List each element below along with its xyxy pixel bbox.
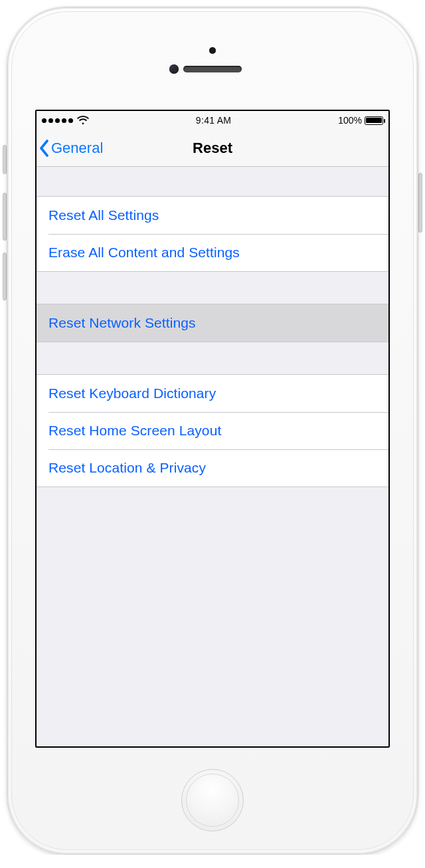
- reset-network-settings-button[interactable]: Reset Network Settings: [37, 304, 388, 342]
- back-label: General: [51, 140, 103, 157]
- row-label: Reset Keyboard Dictionary: [48, 385, 216, 401]
- erase-all-content-button[interactable]: Erase All Content and Settings: [37, 234, 388, 271]
- reset-home-screen-layout-button[interactable]: Reset Home Screen Layout: [37, 412, 388, 449]
- nav-bar: General Reset: [37, 130, 388, 167]
- group-network: Reset Network Settings: [37, 304, 388, 342]
- row-label: Reset Home Screen Layout: [48, 423, 221, 439]
- front-camera: [169, 64, 179, 74]
- cell-signal-icon: [42, 118, 73, 123]
- reset-keyboard-dictionary-button[interactable]: Reset Keyboard Dictionary: [37, 375, 388, 412]
- battery-percentage: 100%: [338, 115, 362, 126]
- home-button[interactable]: [181, 769, 244, 831]
- status-time: 9:41 AM: [196, 115, 231, 126]
- status-bar: 9:41 AM 100%: [37, 111, 388, 130]
- row-label: Reset Network Settings: [48, 315, 196, 331]
- phone-body: 9:41 AM 100% General Reset: [7, 7, 418, 855]
- row-label: Reset All Settings: [48, 207, 159, 223]
- wifi-icon: [77, 116, 89, 125]
- earpiece-speaker: [183, 66, 242, 72]
- content: Reset All Settings Erase All Content and…: [37, 167, 388, 487]
- group-spacer: [37, 167, 388, 196]
- row-label: Reset Location & Privacy: [48, 460, 206, 476]
- row-label: Erase All Content and Settings: [48, 245, 240, 261]
- proximity-sensor: [209, 47, 216, 54]
- status-right: 100%: [338, 115, 383, 126]
- group-spacer: [37, 342, 388, 374]
- battery-icon: [365, 116, 383, 125]
- group-reset-erase: Reset All Settings Erase All Content and…: [37, 196, 388, 272]
- chevron-left-icon: [39, 140, 50, 157]
- reset-location-privacy-button[interactable]: Reset Location & Privacy: [37, 449, 388, 487]
- group-spacer: [37, 272, 388, 304]
- group-other-resets: Reset Keyboard Dictionary Reset Home Scr…: [37, 374, 388, 487]
- power-button: [418, 173, 422, 233]
- iphone-device: 9:41 AM 100% General Reset: [7, 7, 418, 855]
- battery-indicator: 100%: [338, 115, 383, 126]
- reset-all-settings-button[interactable]: Reset All Settings: [37, 197, 388, 234]
- status-left: [42, 116, 89, 125]
- screen: 9:41 AM 100% General Reset: [35, 110, 390, 748]
- back-button[interactable]: General: [37, 140, 103, 157]
